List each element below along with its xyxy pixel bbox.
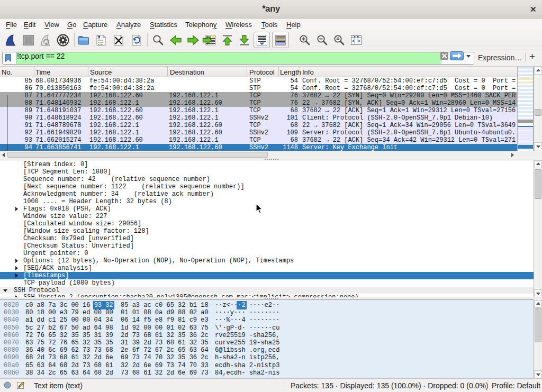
svg-text:0101: 0101 xyxy=(98,43,104,45)
